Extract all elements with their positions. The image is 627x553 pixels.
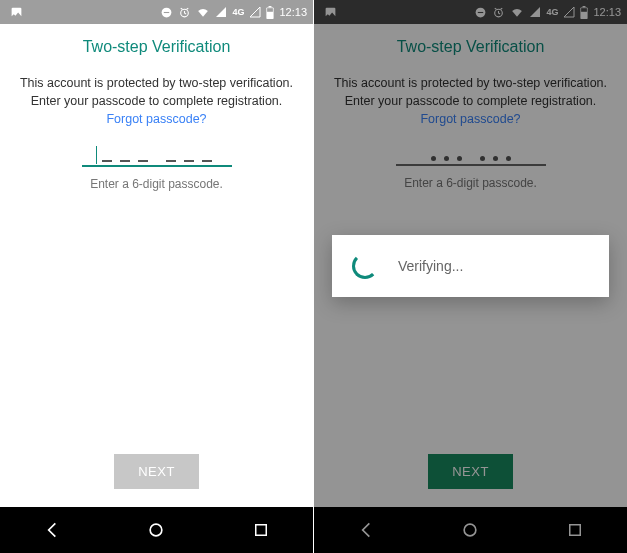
battery-icon xyxy=(266,6,274,19)
svg-rect-1 xyxy=(164,11,169,12)
forgot-passcode-link[interactable]: Forgot passcode? xyxy=(106,112,206,126)
picture-icon xyxy=(10,6,23,19)
recent-icon[interactable] xyxy=(250,519,272,541)
svg-rect-7 xyxy=(256,525,267,536)
signal-icon xyxy=(215,6,227,18)
screen-verifying: 4G 12:13 Two-step Verification This acco… xyxy=(314,0,627,553)
android-nav-bar xyxy=(0,507,313,553)
dialog-text: Verifying... xyxy=(398,258,463,274)
passcode-input[interactable] xyxy=(82,144,232,167)
signal2-icon xyxy=(249,6,261,18)
wifi-icon xyxy=(196,6,210,19)
next-button[interactable]: NEXT xyxy=(114,454,199,489)
clock-text: 12:13 xyxy=(279,6,307,18)
svg-rect-5 xyxy=(268,8,274,12)
home-icon[interactable] xyxy=(145,519,167,541)
verifying-dialog: Verifying... xyxy=(332,235,609,297)
svg-rect-4 xyxy=(269,6,272,7)
description: This account is protected by two-step ve… xyxy=(14,74,299,128)
network-label: 4G xyxy=(232,7,244,17)
passcode-hint: Enter a 6-digit passcode. xyxy=(90,177,223,191)
alarm-icon xyxy=(178,6,191,19)
svg-point-6 xyxy=(151,524,163,536)
screen-passcode-entry: 4G 12:13 Two-step Verification This acco… xyxy=(0,0,313,553)
spinner-icon xyxy=(352,253,378,279)
dnd-icon xyxy=(160,6,173,19)
back-icon[interactable] xyxy=(41,519,63,541)
page-title: Two-step Verification xyxy=(83,38,231,56)
status-bar: 4G 12:13 xyxy=(0,0,313,24)
